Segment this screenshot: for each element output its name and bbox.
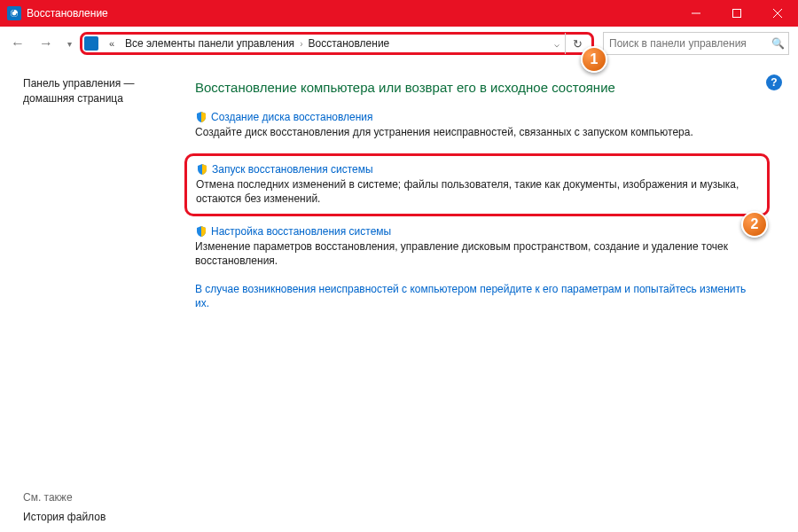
address-bar[interactable]: « Все элементы панели управления › Восст… <box>80 32 594 55</box>
recovery-item: Настройка восстановления системы Изменен… <box>195 225 763 268</box>
create-recovery-drive-link[interactable]: Создание диска восстановления <box>211 111 373 123</box>
search-box[interactable]: 🔍 <box>603 32 789 55</box>
address-dropdown[interactable]: ⌵ <box>549 39 565 49</box>
annotation-bubble-2: 2 <box>741 211 768 238</box>
svg-rect-2 <box>733 10 741 18</box>
sidebar: Панель управления — домашняя страница См… <box>0 60 177 532</box>
forward-button[interactable]: → <box>34 32 59 55</box>
item-description: Отмена последних изменений в системе; фа… <box>196 177 758 206</box>
recovery-item: Создание диска восстановления Создайте д… <box>195 111 763 139</box>
page-heading: Восстановление компьютера или возврат ег… <box>195 80 763 95</box>
see-also-label: См. также <box>23 491 168 504</box>
search-input[interactable] <box>604 37 767 50</box>
history-dropdown[interactable]: ▾ <box>62 39 76 49</box>
window-title: Восстановление <box>27 7 676 20</box>
breadcrumb-prefix: « <box>104 35 120 51</box>
open-system-restore-link[interactable]: Запуск восстановления системы <box>212 163 373 176</box>
control-panel-home-link[interactable]: Панель управления — домашняя страница <box>23 76 168 106</box>
app-icon <box>7 6 21 20</box>
breadcrumb-segment[interactable]: Восстановление <box>304 37 393 50</box>
breadcrumb-segment[interactable]: Все элементы панели управления <box>121 37 298 50</box>
back-button[interactable]: ← <box>5 32 30 55</box>
file-history-link[interactable]: История файлов <box>23 511 168 523</box>
content-pane: ? Восстановление компьютера или возврат … <box>177 60 798 532</box>
navbar: ← → ▾ « Все элементы панели управления ›… <box>0 27 798 60</box>
shield-icon <box>195 225 207 238</box>
shield-icon <box>195 111 207 123</box>
titlebar: Восстановление <box>0 0 798 27</box>
help-icon[interactable]: ? <box>766 74 782 90</box>
annotation-bubble-1: 1 <box>581 46 607 73</box>
item-description: Изменение параметров восстановления, упр… <box>195 239 763 268</box>
minimize-button[interactable] <box>676 0 716 27</box>
maximize-button[interactable] <box>716 0 757 27</box>
search-icon[interactable]: 🔍 <box>767 37 788 50</box>
control-panel-icon <box>84 36 98 51</box>
shield-icon <box>196 163 208 176</box>
close-button[interactable] <box>757 0 798 27</box>
footnote-link[interactable]: В случае возникновения неисправностей с … <box>195 282 763 310</box>
chevron-right-icon[interactable]: › <box>298 39 304 49</box>
annotation-highlight: Запуск восстановления системы Отмена пос… <box>184 153 770 215</box>
item-description: Создайте диск восстановления для устране… <box>195 125 763 139</box>
recovery-item: Запуск восстановления системы Отмена пос… <box>196 163 758 206</box>
configure-system-restore-link[interactable]: Настройка восстановления системы <box>211 225 391 238</box>
